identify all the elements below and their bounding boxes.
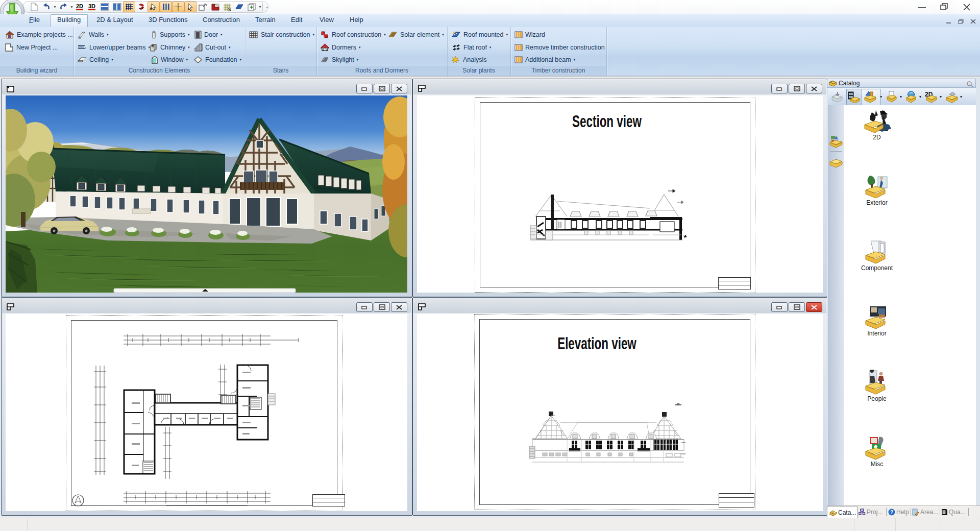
svg-text:?: ? <box>890 510 893 515</box>
svg-text:3D: 3D <box>88 3 95 9</box>
svg-text:2D: 2D <box>76 3 83 9</box>
